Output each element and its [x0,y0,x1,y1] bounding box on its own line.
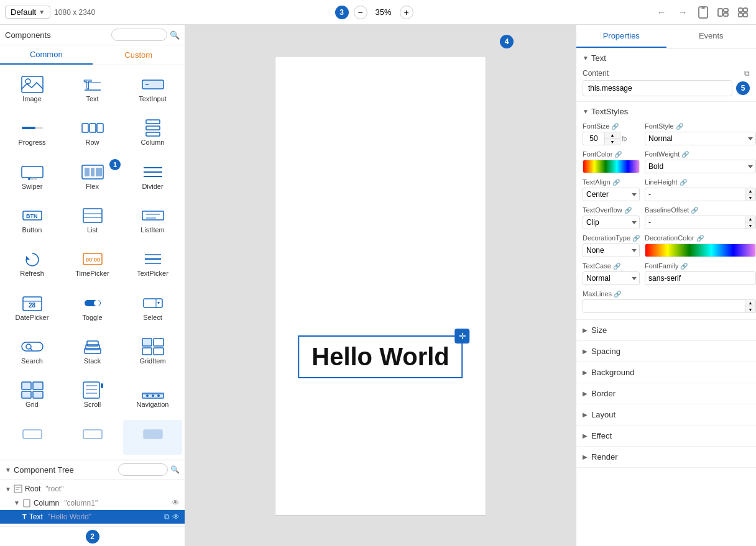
comp-listitem[interactable]: ListItem [123,201,182,243]
undo-btn[interactable]: ← [653,4,670,21]
baselineoffset-link-icon[interactable]: 🔗 [691,207,698,214]
tab-events[interactable]: Events [666,25,757,48]
section-render[interactable]: ▶ Render [576,447,756,468]
copy-tree-icon[interactable]: ⧉ [164,512,170,521]
svg-rect-83 [14,485,22,493]
comp-search[interactable]: Search [2,332,62,375]
section-effect[interactable]: ▶ Effect [576,425,756,447]
comp-griditem[interactable]: GridItem [123,332,182,375]
section-size[interactable]: ▶ Size [576,320,756,341]
fontcolor-link-icon[interactable]: 🔗 [614,151,622,158]
comp-column[interactable]: Column [123,114,182,156]
textalign-link-icon[interactable]: 🔗 [612,179,620,186]
eye-tree-icon[interactable]: 👁 [172,512,180,521]
fontstyle-link-icon[interactable]: 🔗 [676,123,683,130]
tab-properties[interactable]: Properties [576,25,666,48]
comp-datepicker[interactable]: 28 DatePicker [2,289,62,331]
maxlines-input[interactable] [583,299,745,313]
section-render-label: Render [591,452,618,462]
comp-textinput[interactable]: TextInput [123,70,182,112]
decorationcolor-link-icon[interactable]: 🔗 [696,235,704,242]
device-icon[interactable] [695,4,711,20]
baselineoffset-up[interactable]: ▲ [745,216,755,222]
comp-toggle[interactable]: Toggle [63,289,122,331]
textoverflow-link-icon[interactable]: 🔗 [624,207,632,214]
tree-node-text[interactable]: T Text "Hello World" ⧉ 👁 [0,510,185,524]
comp-more-3[interactable] [123,420,182,455]
lineheight-down[interactable]: ▼ [745,194,755,201]
section-background[interactable]: ▶ Background [576,362,756,383]
tab-common[interactable]: Common [0,45,93,65]
maxlines-label: MaxLines [583,290,612,298]
baselineoffset-down[interactable]: ▼ [745,222,755,229]
lineheight-up[interactable]: ▲ [745,188,755,194]
decorationtype-link-icon[interactable]: 🔗 [632,235,640,242]
comp-text[interactable]: T Text [63,70,122,112]
section-layout[interactable]: ▶ Layout [576,404,756,425]
zoom-out-btn[interactable]: − [354,6,367,19]
badge-2: 2 [86,530,99,544]
drag-handle[interactable]: ✛ [455,329,470,344]
decorationtype-select[interactable]: None Underline LineThrough [583,243,640,257]
textoverflow-select[interactable]: Clip Ellipsis [583,216,640,229]
comp-textpicker[interactable]: TextPicker [123,245,182,287]
comp-grid[interactable]: Grid [2,376,62,418]
fontcolor-swatch[interactable] [583,160,640,173]
comp-stack[interactable]: Stack [63,332,122,375]
components-search-input[interactable] [111,29,167,41]
comp-select[interactable]: Select [123,289,182,331]
textcase-link-icon[interactable]: 🔗 [613,263,620,270]
section-spacing[interactable]: ▶ Spacing [576,341,756,362]
tree-node-root[interactable]: ▼ Root "root" [0,482,185,496]
baselineoffset-label: BaselineOffset [645,206,689,214]
fontstyle-select[interactable]: Normal Italic [645,132,756,145]
preset-selector[interactable]: Default ▼ [5,6,50,19]
comp-list[interactable]: List [63,201,122,243]
fontfamily-input[interactable] [645,271,756,285]
maxlines-link-icon[interactable]: 🔗 [614,291,621,298]
comp-row[interactable]: Row [63,114,122,156]
comp-navigation[interactable]: Navigation [123,376,182,418]
lineheight-link-icon[interactable]: 🔗 [680,179,687,186]
zoom-in-btn[interactable]: + [400,6,413,19]
textcase-label: TextCase [583,262,611,270]
tab-custom[interactable]: Custom [93,45,185,65]
redo-btn[interactable]: → [674,4,691,21]
textcase-select[interactable]: Normal Uppercase Lowercase [583,271,640,285]
lineheight-input[interactable] [645,188,745,201]
comp-progress[interactable]: Progress [2,114,62,156]
comp-scroll[interactable]: Scroll [63,376,122,418]
section-border[interactable]: ▶ Border [576,383,756,404]
fontsize-down[interactable]: ▼ [605,139,620,145]
layout-icon[interactable] [715,4,731,20]
fontweight-link-icon[interactable]: 🔗 [681,151,689,158]
comp-more-2[interactable] [63,420,122,455]
comp-flex[interactable]: Flex 1 [63,158,122,200]
comp-divider[interactable]: Divider [123,158,182,200]
maxlines-down[interactable]: ▼ [745,306,755,312]
grid-icon[interactable] [735,4,751,20]
comp-button[interactable]: BTN Button [2,201,62,243]
tree-search-input[interactable] [118,463,168,476]
comp-refresh[interactable]: Refresh [2,245,62,287]
content-input[interactable] [583,80,732,96]
svg-rect-60 [86,345,99,350]
baselineoffset-input[interactable] [645,216,745,229]
copy-content-icon[interactable]: ⧉ [744,69,750,78]
comp-more-1[interactable] [2,420,62,455]
comp-image[interactable]: Image [2,70,62,112]
maxlines-up[interactable]: ▲ [745,300,755,306]
comp-flex-label: Flex [86,183,99,190]
fontweight-select[interactable]: Bold Normal Light [645,160,756,173]
section-textstyles-label: TextStyles [591,107,628,116]
fontsize-up[interactable]: ▲ [605,132,620,139]
fontfamily-link-icon[interactable]: 🔗 [680,263,688,270]
comp-timepicker[interactable]: 00:00 TimePicker [63,245,122,287]
tree-node-column[interactable]: ▼ Column "column1" 👁 [0,496,185,510]
hello-world-container[interactable]: Hello World ✛ [298,335,463,378]
textalign-select[interactable]: Center Left Right [583,188,640,201]
comp-swiper[interactable]: Swiper [2,158,62,200]
decorationcolor-swatch[interactable] [645,243,756,257]
fontsize-input[interactable] [583,132,605,145]
fontsize-link-icon[interactable]: 🔗 [611,123,619,130]
